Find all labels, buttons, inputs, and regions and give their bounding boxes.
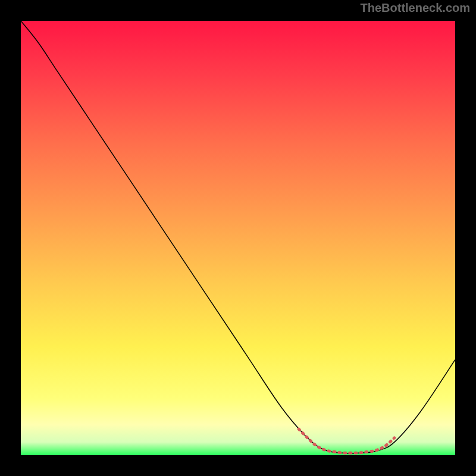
gradient-background xyxy=(21,21,455,455)
watermark-text: TheBottleneck.com xyxy=(361,1,470,15)
chart-svg xyxy=(21,21,455,455)
plot-area xyxy=(21,21,455,455)
chart-container: TheBottleneck.com xyxy=(0,0,476,476)
